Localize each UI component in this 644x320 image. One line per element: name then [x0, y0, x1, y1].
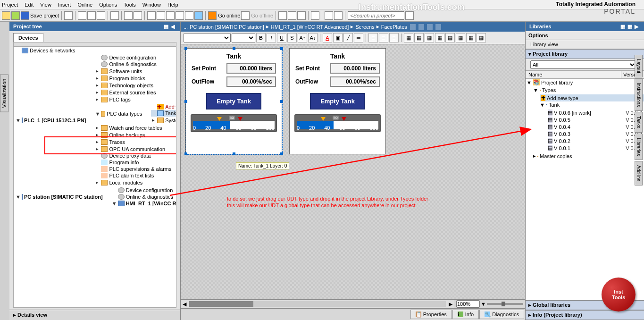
- lib-v005[interactable]: ▤V 0.0.5V 0.0.5: [546, 116, 644, 123]
- layout-tab[interactable]: Layout: [635, 55, 643, 77]
- lib-project-library[interactable]: ▼📚Project library ▼Types ✚Add new type ▼…: [527, 79, 644, 160]
- hw-icon[interactable]: [176, 11, 184, 20]
- col-name[interactable]: Name: [526, 71, 621, 78]
- arrange-4[interactable]: ▦: [435, 33, 444, 42]
- properties-tab[interactable]: 📋Properties: [410, 310, 452, 319]
- tree-add-new-dt[interactable]: ✚Add new data type: [151, 103, 176, 110]
- faceplate-tank-1[interactable]: Tank Set Point00.000 liters OutFlow00.00…: [185, 48, 282, 154]
- tree-supervisions[interactable]: PLC supervisions & alarms: [95, 166, 176, 172]
- tree-ext-src[interactable]: ▸External source files: [95, 89, 176, 96]
- lib-v003[interactable]: ▤V 0.0.3V 0.0.3: [546, 130, 644, 137]
- lib-filter-select[interactable]: All: [530, 60, 636, 69]
- tree-tech-obj[interactable]: ▸Technology objects: [95, 82, 176, 89]
- library-view-label[interactable]: Library view: [530, 42, 558, 47]
- tree-online-backups[interactable]: ▸Online backups: [95, 131, 176, 138]
- underline-button[interactable]: U: [277, 33, 286, 42]
- align-l-button[interactable]: ≡: [368, 33, 378, 42]
- tree-hmi[interactable]: ▼HMI_RT_1 [WinCC RT Advanced]: [112, 200, 176, 207]
- fill-color-button[interactable]: ▣: [333, 33, 343, 42]
- tree-opc-ua[interactable]: ▸OPC UA communication: [95, 145, 176, 152]
- options-row[interactable]: Options: [526, 31, 644, 40]
- tree-pc-station[interactable]: ▼PC station [SIMATIC PC station] Device …: [16, 186, 176, 207]
- sp-value[interactable]: 00.000 liters: [226, 63, 276, 74]
- tree-sys-dt[interactable]: ▸System data types: [151, 117, 176, 124]
- panel-collapse-icon[interactable]: ◀: [171, 24, 176, 29]
- tree-pc-devconfig[interactable]: Device configuration: [112, 187, 176, 194]
- tb-icon-1[interactable]: [278, 11, 287, 20]
- tree-plc-datatypes[interactable]: ▼PLC data types ✚Add new data type Tank …: [95, 103, 176, 124]
- arrange-7[interactable]: ▦: [466, 33, 476, 42]
- empty-tank-button[interactable]: Empty Tank: [206, 93, 261, 109]
- tb-icon-2[interactable]: [288, 11, 296, 20]
- go-offline-button[interactable]: Go offline: [241, 11, 273, 20]
- search-go-icon[interactable]: [405, 11, 414, 20]
- project-tree[interactable]: Devices & networks ▼PLC_1 [CPU 1512C-1 P…: [13, 47, 176, 308]
- of-value[interactable]: 00.00%/sec: [226, 76, 276, 87]
- lib-v002[interactable]: ▤V 0.0.2V 0.0.2: [546, 137, 644, 144]
- close-icon[interactable]: [435, 24, 441, 30]
- tree-local-modules[interactable]: ▸Local modules: [95, 179, 176, 186]
- tree-prog-blocks[interactable]: ▸Program blocks: [95, 75, 176, 82]
- search-input[interactable]: [348, 11, 404, 20]
- lib-master-copies[interactable]: ▸Master copies: [533, 152, 644, 160]
- align-c-button[interactable]: ≡: [379, 33, 388, 42]
- font-grow-button[interactable]: A↑: [298, 33, 307, 42]
- font-family-select[interactable]: [184, 33, 231, 42]
- devices-tab[interactable]: Devices: [13, 33, 43, 42]
- tree-devices-networks[interactable]: Devices & networks: [16, 47, 176, 54]
- arrange-2[interactable]: ▦: [414, 33, 424, 42]
- lib-types[interactable]: ▼Types ✚Add new type ▼Tank ▤V 0.0.6 [in …: [533, 87, 644, 152]
- bc-pc-station[interactable]: PC station [SIMATIC PC station]: [190, 24, 264, 30]
- lib-collapse-icon[interactable]: ▶: [635, 24, 640, 29]
- bc-hmi[interactable]: HMI_RT_1 [WinCC RT Advanced]: [271, 24, 349, 30]
- arrange-1[interactable]: ▦: [404, 33, 413, 42]
- redo-icon[interactable]: [134, 11, 142, 20]
- tree-plc-tags[interactable]: ▸PLC tags: [95, 96, 176, 103]
- lib-icon-1[interactable]: ▦: [620, 24, 626, 29]
- visualization-tab[interactable]: Visualization: [0, 75, 8, 112]
- print-icon[interactable]: [64, 11, 73, 20]
- menu-view[interactable]: View: [40, 2, 51, 8]
- lib-v004[interactable]: ▤V 0.0.4V 0.0.4: [546, 123, 644, 130]
- menu-edit[interactable]: Edit: [25, 2, 33, 8]
- menu-options[interactable]: Options: [99, 2, 117, 8]
- strike-button[interactable]: S: [287, 33, 297, 42]
- lib-add-new-type[interactable]: ✚Add new type: [540, 94, 644, 101]
- tree-alarm-lists[interactable]: PLC alarm text lists: [95, 172, 176, 179]
- menu-project[interactable]: Project: [2, 2, 18, 8]
- info-tab[interactable]: ℹInfo: [452, 310, 479, 319]
- bc-faceplates[interactable]: FacePlates: [381, 24, 407, 30]
- zoom-control[interactable]: ▼: [454, 300, 525, 308]
- faceplate-tank-2[interactable]: Tank Set Point00.000 liters OutFlow00.00…: [289, 48, 386, 154]
- tb-icon-3[interactable]: [297, 11, 306, 20]
- bold-button[interactable]: B: [256, 33, 266, 42]
- save-project-button[interactable]: Save project: [21, 11, 59, 20]
- arrange-3[interactable]: ▦: [425, 33, 434, 42]
- project-library-section[interactable]: Project library: [526, 49, 644, 59]
- instructions-tab[interactable]: Instructions: [635, 78, 643, 111]
- h-scrollbar[interactable]: ◀▶: [181, 300, 454, 308]
- arrange-5[interactable]: ▦: [445, 33, 455, 42]
- delete-icon[interactable]: [110, 11, 119, 20]
- paste-icon[interactable]: [97, 11, 105, 20]
- addins-tab[interactable]: Add-ins: [635, 161, 643, 185]
- align-r-button[interactable]: ≡: [389, 33, 399, 42]
- tasks-tab[interactable]: Tasks: [635, 112, 643, 133]
- menu-insert[interactable]: Insert: [58, 2, 71, 8]
- italic-button[interactable]: I: [267, 33, 276, 42]
- screen-canvas[interactable]: Tank Set Point00.000 liters OutFlow00.00…: [181, 44, 525, 299]
- tree-watch-tables[interactable]: ▸Watch and force tables: [95, 124, 176, 131]
- info-section[interactable]: Info (Project library): [526, 310, 644, 320]
- tree-online-diag[interactable]: Online & diagnostics: [95, 61, 176, 67]
- tree-device-config[interactable]: Device configuration: [95, 54, 176, 61]
- tree-plc-1[interactable]: ▼PLC_1 [CPU 1512C-1 PN] Device configura…: [16, 54, 176, 186]
- tree-sw-units[interactable]: ▸Software units: [95, 67, 176, 75]
- bc-screens[interactable]: Screens: [355, 24, 374, 30]
- empty-tank-button[interactable]: Empty Tank: [310, 93, 365, 109]
- zoom-input[interactable]: [456, 300, 480, 308]
- font-size-select[interactable]: [232, 33, 255, 42]
- compile-icon[interactable]: [166, 11, 175, 20]
- lib-v006[interactable]: ▤V 0.0.6 [in work]V 0.0.6: [546, 109, 644, 116]
- split-h-icon[interactable]: [325, 11, 333, 20]
- sp-value[interactable]: 00.000 liters: [330, 63, 380, 74]
